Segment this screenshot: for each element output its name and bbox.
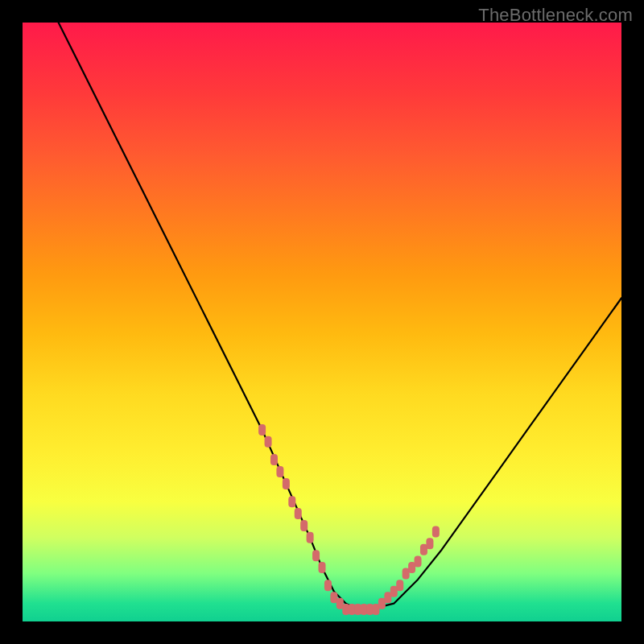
highlight-dot xyxy=(307,532,314,543)
chart-container: TheBottleneck.com xyxy=(0,0,644,644)
highlight-dot xyxy=(295,508,302,519)
highlight-dot xyxy=(312,550,320,561)
highlight-dot xyxy=(276,466,283,477)
bottleneck-curve xyxy=(59,23,621,609)
highlight-dot xyxy=(324,580,332,591)
highlight-dot xyxy=(396,580,403,591)
highlight-dots xyxy=(258,424,440,615)
plot-area xyxy=(23,23,621,621)
watermark: TheBottleneck.com xyxy=(478,5,633,26)
highlight-dot xyxy=(319,562,326,573)
highlight-dot xyxy=(300,520,308,531)
curve-layer xyxy=(23,23,621,621)
highlight-dot xyxy=(258,424,266,436)
highlight-dot xyxy=(415,556,422,568)
highlight-dot xyxy=(265,436,272,448)
highlight-dot xyxy=(288,496,295,507)
highlight-dot xyxy=(270,454,278,465)
highlight-dot xyxy=(426,538,433,549)
highlight-dot xyxy=(432,526,440,537)
highlight-dot xyxy=(283,478,290,489)
